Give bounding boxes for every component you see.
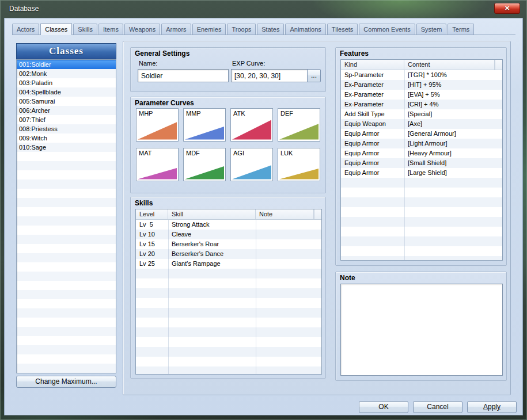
feature-content-cell: [Small Shield] (404, 158, 502, 168)
features-table: Kind Content Sp-Parameter[TGR] * 100%Ex-… (340, 59, 503, 261)
curve-shape (279, 117, 319, 140)
curve-shape (138, 156, 177, 180)
parameter-curve-mdf[interactable]: MDF (183, 148, 226, 181)
tab-system[interactable]: System (416, 24, 447, 35)
feature-content-cell: [HIT] + 95% (404, 80, 502, 90)
note-textarea[interactable] (340, 284, 503, 376)
class-list-item[interactable]: 003:Paladin (17, 78, 116, 87)
curve-shape (232, 156, 271, 180)
close-button[interactable]: ✕ (494, 3, 520, 14)
feature-row[interactable]: Equip Weapon[Axe] (341, 119, 502, 129)
close-icon: ✕ (505, 5, 510, 12)
parameter-curve-agi[interactable]: AGI (230, 148, 273, 181)
skill-row[interactable]: Lv 10Cleave (136, 230, 321, 239)
skill-name-cell: Giant's Rampage (168, 259, 256, 269)
parameter-curve-label: ATK (233, 110, 245, 117)
parameter-curve-mat[interactable]: MAT (136, 148, 179, 181)
class-list-item[interactable]: 002:Monk (17, 69, 116, 78)
class-list-item[interactable]: 001:Soldier (17, 60, 116, 69)
parameter-curve-def[interactable]: DEF (278, 108, 320, 142)
feature-row[interactable]: Equip Armor[Small Shield] (341, 158, 502, 168)
apply-button[interactable]: Apply (467, 401, 517, 413)
feature-row[interactable]: Sp-Parameter[TGR] * 100% (341, 70, 502, 80)
skill-row[interactable]: Lv 20Berserker's Dance (136, 249, 321, 259)
class-list-item[interactable]: 006:Archer (17, 106, 116, 115)
feature-kind-cell: Sp-Parameter (341, 70, 404, 80)
feature-kind-cell: Equip Armor (341, 168, 404, 178)
main-panel: General Settings Name: EXP Curve: ... Pa… (123, 41, 511, 395)
curve-shape (232, 117, 271, 140)
feature-row[interactable]: Equip Armor[Large Shield] (341, 168, 502, 178)
class-list-item[interactable]: 004:Spellblade (17, 87, 116, 97)
tab-enemies[interactable]: Enemies (192, 24, 226, 35)
parameter-curve-label: MMP (186, 110, 201, 117)
tab-states[interactable]: States (257, 24, 284, 35)
skill-row[interactable]: Lv 5Strong Attack (136, 220, 321, 230)
class-list-item[interactable]: 007:Thief (17, 115, 116, 124)
skill-name-cell: Cleave (168, 230, 256, 239)
tab-weapons[interactable]: Weapons (124, 24, 160, 35)
tab-tilesets[interactable]: Tilesets (327, 24, 358, 35)
skills-group: Skills Level Skill Note Lv 5Strong Attac… (130, 197, 326, 379)
skills-col-skill: Skill (168, 209, 256, 219)
dialog-client-area: ActorsClassesSkillsItemsWeaponsArmorsEne… (4, 18, 523, 415)
skill-row[interactable]: Lv 25Giant's Rampage (136, 259, 321, 269)
skill-row[interactable]: Lv 15Berserker's Roar (136, 239, 321, 249)
skill-note-cell (256, 249, 321, 259)
feature-row[interactable]: Equip Armor[General Armour] (341, 129, 502, 139)
tab-items[interactable]: Items (98, 24, 123, 35)
parameter-curve-mhp[interactable]: MHP (136, 108, 179, 142)
class-list-item[interactable]: 010:Sage (17, 143, 116, 152)
skills-col-level: Level (136, 209, 168, 219)
column-divider (256, 220, 256, 374)
name-input[interactable] (138, 69, 229, 82)
feature-content-cell: [EVA] + 5% (404, 90, 502, 100)
class-list-item[interactable]: 005:Samurai (17, 97, 116, 106)
exp-curve-ellipsis-button[interactable]: ... (307, 69, 321, 82)
tab-animations[interactable]: Animations (285, 24, 325, 35)
window-frame: Database ✕ ActorsClassesSkillsItemsWeapo… (0, 0, 527, 420)
tab-classes[interactable]: Classes (40, 23, 72, 35)
feature-content-cell: [Light Armour] (404, 139, 502, 148)
feature-row[interactable]: Equip Armor[Light Armour] (341, 139, 502, 148)
feature-content-cell: [TGR] * 100% (404, 70, 502, 80)
tab-skills[interactable]: Skills (73, 24, 97, 35)
parameter-curve-luk[interactable]: LUK (278, 148, 320, 181)
parameter-curve-atk[interactable]: ATK (230, 108, 273, 142)
features-col-kind: Kind (341, 60, 404, 70)
tab-armors[interactable]: Armors (161, 24, 191, 35)
skill-name-cell: Berserker's Dance (168, 249, 256, 259)
tab-bar: ActorsClassesSkillsItemsWeaponsArmorsEne… (12, 23, 515, 35)
parameter-curve-label: AGI (233, 150, 244, 156)
feature-row[interactable]: Ex-Parameter[CRI] + 4% (341, 100, 502, 109)
tab-troops[interactable]: Troops (227, 24, 256, 35)
parameter-curves-group: Parameter Curves MHPMMPATKDEFMATMDFAGILU… (130, 97, 326, 193)
class-list-item[interactable]: 008:Priestess (17, 124, 116, 133)
tab-common-events[interactable]: Common Events (359, 24, 415, 35)
features-table-body: Sp-Parameter[TGR] * 100%Ex-Parameter[HIT… (341, 70, 502, 260)
curve-shape (185, 156, 224, 180)
ok-button[interactable]: OK (359, 401, 408, 413)
tab-actors[interactable]: Actors (12, 24, 39, 35)
title-bar[interactable]: Database ✕ (0, 0, 527, 18)
feature-kind-cell: Add Skill Type (341, 109, 404, 119)
features-col-filler (495, 60, 502, 70)
exp-curve-label: EXP Curve: (232, 60, 265, 67)
skills-table-body: Lv 5Strong AttackLv 10CleaveLv 15Berserk… (136, 220, 321, 374)
cancel-button[interactable]: Cancel (413, 401, 462, 413)
feature-row[interactable]: Ex-Parameter[HIT] + 95% (341, 80, 502, 90)
class-list: 001:Soldier002:Monk003:Paladin004:Spellb… (16, 59, 116, 373)
features-title: Features (340, 49, 369, 58)
change-maximum-button[interactable]: Change Maximum... (16, 376, 116, 388)
feature-row[interactable]: Ex-Parameter[EVA] + 5% (341, 90, 502, 100)
feature-row[interactable]: Add Skill Type[Special] (341, 109, 502, 119)
feature-row[interactable]: Equip Armor[Heavy Armour] (341, 148, 502, 158)
exp-curve-input[interactable] (231, 69, 308, 82)
feature-content-cell: [Axe] (404, 119, 502, 129)
tab-terms[interactable]: Terms (448, 24, 474, 35)
note-title: Note (340, 274, 355, 282)
parameter-curve-mmp[interactable]: MMP (183, 108, 226, 142)
skills-title: Skills (135, 199, 153, 207)
class-list-item[interactable]: 009:Witch (17, 133, 116, 143)
feature-kind-cell: Equip Armor (341, 148, 404, 158)
